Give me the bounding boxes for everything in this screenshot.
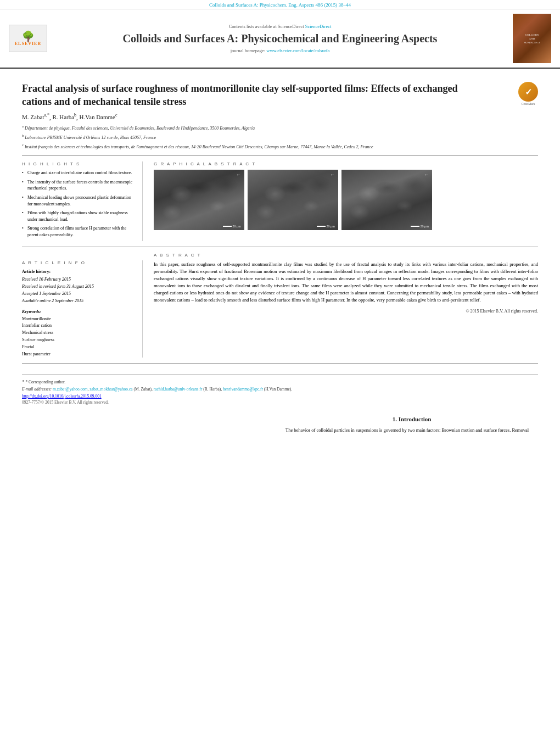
copyright-line: © 2015 Elsevier B.V. All rights reserved… xyxy=(154,309,538,314)
authors-line: M. Zabata,*, R. Harbab, H.Van Dammec xyxy=(22,113,538,121)
elsevier-label: ELSEVIER xyxy=(15,41,41,46)
keywords-section: Keywords: Montmorillonite Interfoliar ca… xyxy=(22,309,133,358)
scale-bar xyxy=(223,226,232,227)
keywords-title: Keywords: xyxy=(22,309,133,314)
journal-title-block: Contents lists available at ScienceDirec… xyxy=(53,24,507,53)
ga-arrow-1: ← xyxy=(236,172,241,177)
scale-bar xyxy=(317,226,326,227)
affiliation-c: c Institut français des sciences et tech… xyxy=(22,142,538,150)
keyword-item: Hurst parameter xyxy=(22,351,133,358)
author-zabat: M. Zabata,* xyxy=(22,114,49,120)
highlight-item: Charge and size of interfoliaire cation … xyxy=(22,170,133,176)
journal-reference-bar: Colloids and Surfaces A: Physicochem. En… xyxy=(0,0,560,9)
keywords-list: Montmorillonite Interfoliar cation Mecha… xyxy=(22,316,133,358)
divider-3 xyxy=(22,363,538,364)
ga-texture-2 xyxy=(248,170,338,230)
affiliation-a: a Département de physique, Faculté des s… xyxy=(22,124,538,132)
introduction-heading: 1. Introduction xyxy=(285,416,538,422)
star-icon: * xyxy=(22,379,25,384)
highlights-heading: H I G H L I G H T S xyxy=(22,161,133,166)
ga-image-3: ← 20 μm xyxy=(341,170,432,230)
footnotes-section: * * Corresponding author. E-mail address… xyxy=(22,375,538,405)
abstract-heading: A B S T R A C T xyxy=(154,253,538,258)
ga-texture-3 xyxy=(341,170,432,230)
email-line: E-mail addresses: m.zabat@yahoo.com, zab… xyxy=(22,386,538,392)
crossmark-icon: ✓ xyxy=(518,82,538,102)
email-link[interactable]: zabat_mokhtar@yahoo.ca xyxy=(89,387,132,392)
ga-image-2: ← 20 μm xyxy=(248,170,338,230)
ga-scale-1: 20 μm xyxy=(223,225,241,228)
highlights-graphical-section: H I G H L I G H T S Charge and size of i… xyxy=(22,161,538,241)
history-item: Accepted 1 September 2015 xyxy=(22,291,133,298)
ga-texture-1 xyxy=(154,170,244,230)
graphical-abstract-section: G R A P H I C A L A B S T R A C T ← 20 μ… xyxy=(154,161,538,241)
email-label: E-mail addresses: xyxy=(22,387,53,392)
ga-scale-2: 20 μm xyxy=(317,225,335,228)
scale-bar xyxy=(411,226,419,227)
main-content: ✓ CrossMark Fractal analysis of surface … xyxy=(0,69,560,439)
journal-homepage-link[interactable]: www.elsevier.com/locate/colsurfa xyxy=(266,48,329,53)
ga-arrow-3: ← xyxy=(424,172,429,177)
journal-reference-text: Colloids and Surfaces A: Physicochem. En… xyxy=(209,2,351,8)
intro-title: Introduction xyxy=(399,416,432,422)
article-title: Fractal analysis of surface roughness of… xyxy=(22,82,472,109)
abstract-section: A B S T R A C T In this paper, surface r… xyxy=(154,253,538,358)
article-history: Article history: Received 16 February 20… xyxy=(22,269,133,305)
highlights-list: Charge and size of interfoliaire cation … xyxy=(22,170,133,238)
email-link[interactable]: henrivandamme@kpc.fr xyxy=(223,387,263,392)
intro-col-right: 1. Introduction The behavior of colloida… xyxy=(285,416,538,434)
doi-line: http://dx.doi.org/10.1016/j.colsurfa.201… xyxy=(22,394,538,399)
divider-1 xyxy=(22,155,538,156)
keyword-item: Surface roughness xyxy=(22,337,133,344)
ga-arrow-2: ← xyxy=(330,172,335,177)
affiliations: a Département de physique, Faculté des s… xyxy=(22,124,538,150)
cover-image-placeholder: COLLOIDSANDSURFACES A xyxy=(513,14,551,63)
divider-2 xyxy=(22,247,538,247)
author-vandamme: H.Van Dammec xyxy=(80,114,117,120)
journal-cover-image: COLLOIDSANDSURFACES A xyxy=(513,14,551,63)
keyword-item: Interfoliar cation xyxy=(22,322,133,330)
article-info-section: A R T I C L E I N F O Article history: R… xyxy=(22,260,143,358)
journal-title: Colloids and Surfaces A: Physicochemical… xyxy=(53,31,507,46)
introduction-cols: 1. Introduction The behavior of colloida… xyxy=(22,416,538,434)
history-item: Received 16 February 2015 xyxy=(22,276,133,283)
journal-header: 🌳 ELSEVIER Contents lists available at S… xyxy=(0,9,560,69)
abstract-text: In this paper, surface roughness of self… xyxy=(154,261,538,304)
affiliation-b: b Laboratoire PRISME Université d'Orléan… xyxy=(22,133,538,141)
intro-col-left xyxy=(22,416,275,434)
highlights-section: H I G H L I G H T S Charge and size of i… xyxy=(22,161,143,241)
contents-available-line: Contents lists available at ScienceDirec… xyxy=(53,24,507,29)
sciencedirect-link[interactable]: ScienceDirect xyxy=(305,24,332,29)
ga-image-1: ← 20 μm xyxy=(154,170,244,230)
introduction-section: 1. Introduction The behavior of colloida… xyxy=(22,416,538,434)
issn-line: 0927-7757/© 2015 Elsevier B.V. All right… xyxy=(22,400,538,405)
graphical-abstract-heading: G R A P H I C A L A B S T R A C T xyxy=(154,161,538,166)
journal-homepage: journal homepage: www.elsevier.com/locat… xyxy=(53,48,507,53)
highlight-item: The intensity of the surface forces cont… xyxy=(22,179,133,192)
highlight-item: Films with highly charged cations show s… xyxy=(22,210,133,222)
highlight-item: Mechanical loading shows pronounced plas… xyxy=(22,194,133,207)
keyword-item: Montmorillonite xyxy=(22,316,133,323)
history-item: Received in revised form 31 August 2015 xyxy=(22,283,133,291)
email-link[interactable]: rachid.harba@univ-orleans.fr xyxy=(154,387,203,392)
crossmark-label: CrossMark xyxy=(518,102,538,105)
corresponding-author-note: * * Corresponding author. xyxy=(22,378,538,386)
ga-scale-3: 20 μm xyxy=(411,225,429,228)
highlight-item: Strong correlation of films surface H pa… xyxy=(22,225,133,238)
crossmark-widget[interactable]: ✓ CrossMark xyxy=(518,82,538,105)
doi-link[interactable]: http://dx.doi.org/10.1016/j.colsurfa.201… xyxy=(22,394,102,399)
keyword-item: Mechanical stress xyxy=(22,330,133,337)
elsevier-logo: 🌳 ELSEVIER xyxy=(9,25,47,52)
introduction-text: The behavior of colloidal particles in s… xyxy=(285,427,538,434)
history-title: Article history: xyxy=(22,269,133,276)
article-info-heading: A R T I C L E I N F O xyxy=(22,260,133,265)
email-link[interactable]: m.zabat@yahoo.com xyxy=(53,387,88,392)
elsevier-tree-icon: 🌳 xyxy=(22,31,34,41)
graphical-abstract-images: ← 20 μm ← 20 μm ← xyxy=(154,170,538,230)
cover-image-text: COLLOIDSANDSURFACES A xyxy=(523,32,541,46)
history-item: Available online 2 September 2015 xyxy=(22,298,133,305)
keyword-item: Fractal xyxy=(22,344,133,351)
info-abstract-section: A R T I C L E I N F O Article history: R… xyxy=(22,253,538,358)
author-harba: R. Harbab xyxy=(52,114,76,120)
